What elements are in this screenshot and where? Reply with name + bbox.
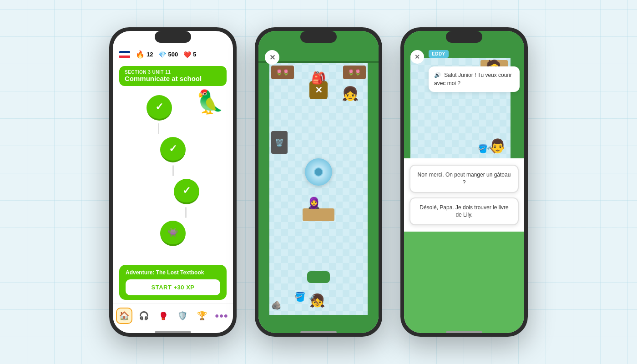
lesson-node-4[interactable]: 👾 <box>160 221 186 246</box>
lesson-node-2[interactable]: ✓ <box>160 137 186 162</box>
nav-home[interactable]: 🏠 <box>116 308 132 324</box>
char-backpack: 🎒 <box>311 71 326 85</box>
connector-2 <box>172 165 174 176</box>
close-icon-2: ✕ <box>269 53 275 62</box>
flame-stat: 🔥 12 <box>136 50 153 59</box>
home-indicator-3 <box>446 331 482 333</box>
small-bucket: 🪣 <box>478 144 488 154</box>
speech-bubble: 🔊 Salut Junior ! Tu veux courir avec moi… <box>429 66 520 92</box>
phone2-content: ✕ 🌷🌷 🌷🌷 ✕ <box>258 31 379 333</box>
lesson-node-3[interactable]: ✓ <box>174 179 199 204</box>
mid-bush <box>307 271 330 283</box>
lesson-node-1[interactable]: ✓ <box>147 95 172 121</box>
connector-3 <box>185 207 187 218</box>
rock-icon: 🪨 <box>271 300 281 310</box>
phone-1-inner: 🔥 12 💎 500 ❤️ 5 SECTION 3 UNIT 11 Commun… <box>113 31 233 333</box>
garden-plot-1: 🌷🌷 <box>271 66 294 79</box>
left-hedge <box>258 63 269 315</box>
home-indicator-1 <box>155 331 191 333</box>
chat-option-2[interactable]: Désolé, Papa. Je dois trouver le livre d… <box>410 197 519 226</box>
section-title: Communicate at school <box>125 75 221 82</box>
heart-icon: ❤️ <box>183 51 191 58</box>
nav-shield[interactable]: 🛡️ <box>174 308 191 324</box>
close-icon-3: ✕ <box>415 53 420 61</box>
node-circle-1: ✓ <box>147 95 172 121</box>
gem-icon: 💎 <box>158 51 166 58</box>
phone-notch-3 <box>446 31 482 43</box>
small-shovel: 🔨 <box>487 145 496 154</box>
close-button-2[interactable]: ✕ <box>265 50 279 65</box>
phone-2-inner: ✕ 🌷🌷 🌷🌷 ✕ <box>258 31 379 333</box>
connector-1 <box>158 123 159 134</box>
bench: 🧕 <box>303 208 334 221</box>
bottom-hedge <box>258 315 379 333</box>
section-label: SECTION 3 UNIT 11 <box>125 70 221 75</box>
chat-scene: 🧑 ✕ EDDY 🔊 Salut Junior ! Tu veux courir… <box>404 31 524 158</box>
start-button[interactable]: START +30 XP <box>126 279 220 295</box>
game-map: 🌷🌷 🌷🌷 ✕ 👧 🎒 🗑️ 🧕 <box>258 31 379 333</box>
phone-notch-2 <box>300 31 337 43</box>
headphones-icon: 🎧 <box>139 311 149 321</box>
nav-more[interactable]: ●●● <box>213 308 230 324</box>
flame-count: 12 <box>147 51 153 58</box>
close-button-3[interactable]: ✕ <box>410 50 424 64</box>
phone3-content: 🧑 ✕ EDDY 🔊 Salut Junior ! Tu veux courir… <box>404 31 524 333</box>
chat-left-hedge <box>404 31 410 158</box>
owl-character: 🦜 <box>196 89 224 115</box>
char-pink: 👧 <box>342 86 359 101</box>
shield-icon: 🛡️ <box>177 311 187 321</box>
flag-icon <box>119 51 130 58</box>
heart-stat: ❤️ 5 <box>183 51 196 58</box>
more-icon: ●●● <box>215 312 228 320</box>
section-banner[interactable]: SECTION 3 UNIT 11 Communicate at school <box>119 66 227 86</box>
home-indicator-2 <box>300 331 337 333</box>
machine-left: 🗑️ <box>271 131 288 154</box>
flag-red <box>119 56 130 58</box>
lesson-path: 🦜 ✓ ✓ ✓ 👾 <box>113 89 233 261</box>
flame-icon: 🔥 <box>136 50 145 59</box>
home-icon: 🏠 <box>119 311 129 321</box>
speech-text: Salut Junior ! Tu veux courir avec moi ? <box>434 72 512 86</box>
node-circle-4: 👾 <box>160 221 186 246</box>
chat-options-area: Non merci. On peut manger un gâteau ? Dé… <box>404 158 524 232</box>
phone1-content: 🔥 12 💎 500 ❤️ 5 SECTION 3 UNIT 11 Commun… <box>113 31 233 333</box>
phone-3: 🧑 ✕ EDDY 🔊 Salut Junior ! Tu veux courir… <box>400 27 528 337</box>
phone-1: 🔥 12 💎 500 ❤️ 5 SECTION 3 UNIT 11 Commun… <box>109 27 237 337</box>
right-hedge <box>368 63 379 315</box>
bottom-nav: 🏠 🎧 🥊 🛡️ 🏆 ●●● <box>113 303 233 333</box>
speaker-icon: 🔊 <box>434 72 441 78</box>
fountain <box>305 158 332 186</box>
node-circle-2: ✓ <box>160 137 186 162</box>
eddy-name-label: EDDY <box>429 50 449 58</box>
chat-option-1[interactable]: Non merci. On peut manger un gâteau ? <box>410 165 519 193</box>
nav-headphones[interactable]: 🎧 <box>136 308 152 324</box>
nav-dumbbell[interactable]: 🥊 <box>155 308 172 324</box>
adventure-label: Adventure: The Lost Textbook <box>126 269 220 276</box>
node-circle-3: ✓ <box>174 179 199 204</box>
shovel-icon: 🔨 <box>309 295 319 305</box>
fountain-top <box>314 167 323 177</box>
char-bench: 🧕 <box>307 197 321 209</box>
bench-area: 🧕 <box>303 208 334 221</box>
phone-3-inner: 🧑 ✕ EDDY 🔊 Salut Junior ! Tu veux courir… <box>404 31 524 333</box>
bucket-icon: 🪣 <box>294 291 306 302</box>
adventure-box: Adventure: The Lost Textbook START +30 X… <box>119 265 227 300</box>
chat-right-hedge <box>511 31 524 158</box>
gem-count: 500 <box>168 51 178 58</box>
phone-notch-1 <box>155 31 191 43</box>
garden-plot-2: 🌷🌷 <box>343 66 366 79</box>
phone-2: ✕ 🌷🌷 🌷🌷 ✕ <box>255 27 382 337</box>
chest-icon: 🏆 <box>197 311 207 321</box>
gem-stat: 💎 500 <box>158 51 178 58</box>
dumbbell-icon: 🥊 <box>159 312 168 320</box>
nav-chest[interactable]: 🏆 <box>194 308 210 324</box>
heart-count: 5 <box>193 51 196 58</box>
